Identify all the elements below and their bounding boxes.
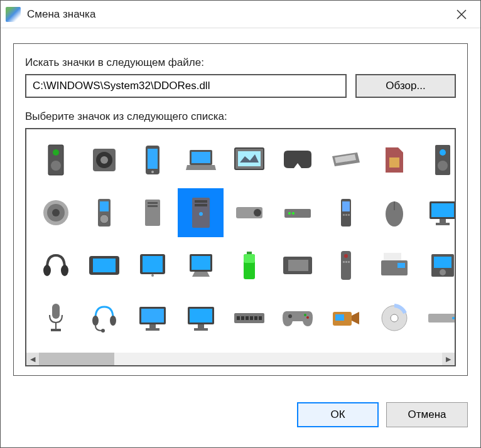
icon-microphone[interactable] [33, 294, 78, 343]
icon-picture-frame[interactable] [226, 136, 272, 184]
svg-rect-21 [100, 201, 109, 211]
scroll-thumb[interactable] [39, 353, 114, 365]
icon-cellphone[interactable] [323, 188, 369, 237]
svg-rect-71 [52, 304, 60, 319]
svg-rect-91 [259, 316, 262, 320]
tower-speaker-2-icon [426, 144, 457, 176]
app-icon [6, 7, 21, 22]
svg-point-33 [288, 212, 291, 215]
svg-point-92 [288, 314, 292, 318]
icon-tablet-landscape[interactable] [81, 241, 127, 290]
dialog-actions: ОК Отмена [1, 396, 480, 436]
icon-network-switch[interactable] [226, 294, 272, 343]
icon-projector[interactable] [226, 188, 272, 237]
icon-external-drive[interactable] [419, 294, 456, 343]
icon-tablet-stand[interactable] [178, 241, 224, 290]
monitor-2-icon [136, 302, 169, 334]
svg-rect-25 [148, 205, 158, 207]
svg-rect-13 [389, 157, 399, 168]
list-label: Выберите значок из следующего списка: [25, 110, 456, 123]
icon-mp3-player[interactable] [81, 188, 127, 237]
svg-rect-64 [348, 261, 350, 263]
svg-point-47 [61, 265, 68, 276]
window-title: Смена значка [27, 8, 448, 21]
svg-point-8 [151, 171, 154, 173]
svg-rect-38 [345, 214, 347, 216]
svg-rect-89 [250, 316, 253, 320]
icon-optical-disc[interactable] [371, 294, 417, 343]
tower-speaker-icon [40, 144, 72, 176]
icon-fax-machine[interactable] [371, 241, 417, 290]
microphone-icon [40, 302, 72, 334]
icon-monitor-2[interactable] [129, 294, 175, 343]
external-drive-icon [426, 302, 457, 334]
icon-headset[interactable] [81, 294, 127, 343]
svg-rect-59 [288, 260, 308, 271]
headphones-icon [40, 249, 72, 282]
svg-rect-78 [141, 309, 164, 323]
svg-point-76 [101, 329, 105, 333]
icon-vr-headset[interactable] [274, 136, 320, 184]
icon-tower-speaker-2[interactable] [419, 136, 456, 184]
monitor-3-icon [185, 302, 217, 334]
svg-rect-73 [51, 329, 61, 331]
game-controller-icon [281, 302, 314, 334]
svg-rect-37 [343, 214, 345, 216]
icon-monitor-1[interactable] [419, 188, 456, 237]
main-group: Искать значки в следующем файле: Обзор..… [13, 43, 468, 376]
network-switch-icon [233, 302, 266, 334]
icon-mouse[interactable] [371, 188, 417, 237]
icon-graphics-tablet[interactable] [274, 241, 320, 290]
svg-point-16 [438, 161, 448, 171]
svg-point-94 [306, 316, 309, 319]
scroll-left-arrow[interactable]: ◀ [26, 353, 39, 365]
browse-button[interactable]: Обзор... [355, 74, 456, 98]
svg-rect-43 [431, 203, 454, 217]
ok-button[interactable]: ОК [297, 402, 379, 427]
svg-rect-44 [440, 219, 446, 223]
icon-speaker-cone[interactable] [33, 188, 78, 237]
icon-tower-speaker[interactable] [33, 136, 78, 184]
icon-flatbed-scanner[interactable] [323, 136, 369, 184]
camcorder-icon [330, 302, 362, 334]
icon-path-input[interactable] [25, 74, 347, 98]
icon-speaker[interactable] [81, 136, 127, 184]
svg-rect-100 [428, 314, 457, 323]
remote-control-icon [330, 249, 362, 282]
icon-sim-card[interactable] [371, 136, 417, 184]
svg-rect-10 [192, 152, 210, 163]
svg-rect-82 [190, 309, 212, 323]
icon-smartphone[interactable] [129, 136, 175, 184]
svg-rect-57 [244, 254, 255, 263]
tablet-stand-icon [185, 249, 217, 282]
icon-desktop-tower-small[interactable] [129, 188, 175, 237]
svg-rect-65 [384, 253, 401, 262]
icon-monitor-3[interactable] [178, 294, 224, 343]
cancel-button[interactable]: Отмена [386, 402, 468, 427]
svg-rect-39 [348, 214, 350, 216]
desktop-tower-icon [185, 196, 217, 229]
smartphone-icon [136, 144, 169, 176]
icon-list-box[interactable]: ◀ ▶ [25, 128, 456, 366]
icon-laptop[interactable] [178, 136, 224, 184]
sim-card-icon [378, 144, 411, 176]
icon-modem[interactable] [274, 188, 320, 237]
scroll-right-arrow[interactable]: ▶ [442, 353, 455, 365]
svg-rect-28 [195, 204, 207, 206]
modem-icon [281, 196, 314, 229]
close-icon [457, 9, 467, 19]
horizontal-scrollbar[interactable]: ◀ ▶ [26, 353, 455, 365]
icon-desktop-tower[interactable] [178, 188, 224, 237]
svg-point-52 [151, 274, 154, 277]
close-button[interactable] [448, 1, 475, 28]
icon-media-player[interactable] [419, 241, 456, 290]
svg-point-19 [52, 209, 60, 216]
icon-headphones[interactable] [33, 241, 78, 290]
icon-battery[interactable] [226, 241, 272, 290]
icon-game-controller[interactable] [274, 294, 320, 343]
icon-camcorder[interactable] [323, 294, 369, 343]
icon-remote-control[interactable] [323, 241, 369, 290]
change-icon-dialog: Смена значка Искать значки в следующем ф… [0, 0, 481, 448]
icon-tablet[interactable] [129, 241, 175, 290]
svg-point-22 [100, 215, 109, 223]
